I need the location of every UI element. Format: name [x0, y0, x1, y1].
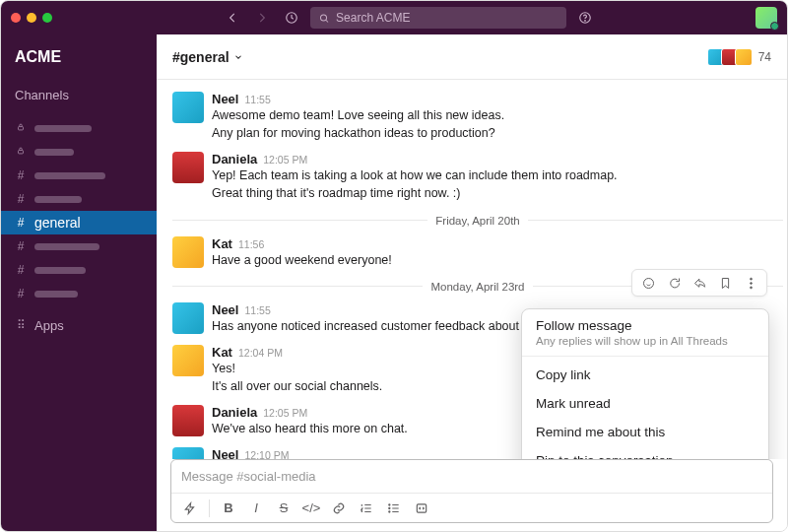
sidebar-item-label: general	[34, 215, 81, 231]
ordered-list-button[interactable]	[354, 497, 379, 520]
message-text: Yep! Each team is taking a look at how w…	[212, 166, 618, 184]
date-label: Friday, April 20th	[435, 215, 519, 227]
hash-icon: #	[15, 263, 27, 277]
channel-name-button[interactable]: #general	[172, 49, 243, 65]
sidebar-item-private-2[interactable]	[1, 140, 157, 164]
lock-icon	[15, 145, 27, 159]
user-avatar[interactable]	[755, 7, 777, 29]
message-input[interactable]	[171, 460, 772, 493]
sidebar-item-channel-5[interactable]: #	[1, 282, 157, 305]
search-icon	[318, 12, 330, 25]
hash-icon: #	[15, 216, 27, 230]
avatar[interactable]	[172, 236, 204, 268]
chevron-down-icon	[233, 52, 243, 62]
hash-icon: #	[15, 239, 27, 253]
menu-item-mark-unread[interactable]: Mark unread	[522, 389, 768, 418]
history-button[interactable]	[281, 7, 302, 29]
author-name[interactable]: Neel	[212, 302, 238, 317]
react-button[interactable]	[636, 271, 660, 295]
channel-members[interactable]: 74	[711, 48, 771, 66]
message-text: Awesome demo team! Love seeing all this …	[212, 106, 504, 124]
strike-button[interactable]: S	[271, 497, 296, 520]
svg-point-10	[389, 503, 390, 504]
avatar[interactable]	[172, 302, 204, 334]
message-text: Great thing that it's roadmap time right…	[212, 184, 618, 202]
search-input[interactable]	[336, 11, 558, 25]
message[interactable]: Neel11:55Awesome demo team! Love seeing …	[172, 88, 783, 148]
avatar[interactable]	[172, 92, 204, 123]
avatar[interactable]	[172, 405, 204, 436]
avatar[interactable]	[172, 152, 204, 183]
sidebar-item-apps[interactable]: ⠿Apps	[1, 313, 157, 337]
redacted-label	[34, 125, 92, 132]
menu-item-label: Follow message	[536, 318, 755, 333]
titlebar	[1, 1, 787, 34]
redacted-label	[34, 243, 99, 250]
date-divider: Friday, April 20th	[172, 215, 783, 227]
nav-forward-button[interactable]	[251, 7, 273, 29]
svg-point-1	[321, 14, 327, 20]
menu-item-pin[interactable]: Pin to this conversation ...	[522, 446, 768, 459]
svg-point-11	[389, 507, 390, 508]
window-controls	[11, 13, 52, 23]
message-text: We've also heard this more on chat.	[212, 420, 408, 437]
author-name[interactable]: Neel	[212, 447, 238, 459]
redacted-label	[34, 172, 105, 179]
timestamp: 12:05 PM	[263, 154, 307, 166]
svg-point-12	[389, 510, 390, 511]
timestamp: 12:05 PM	[263, 407, 307, 419]
author-name[interactable]: Neel	[212, 92, 238, 106]
sidebar-item-general[interactable]: #general	[1, 211, 157, 234]
format-toolbar: B I S </>	[171, 493, 772, 522]
shortcuts-button[interactable]	[177, 497, 203, 520]
code-button[interactable]: </>	[298, 497, 324, 520]
share-button[interactable]	[688, 271, 711, 295]
nav-back-button[interactable]	[222, 7, 243, 29]
sidebar-item-private-1[interactable]	[1, 116, 157, 140]
codeblock-button[interactable]	[409, 497, 434, 520]
workspace-name[interactable]: ACME	[1, 44, 157, 82]
channels-section-header[interactable]: Channels	[1, 82, 157, 108]
bullet-list-button[interactable]	[381, 497, 407, 520]
link-button[interactable]	[326, 497, 352, 520]
menu-item-copy-link[interactable]: Copy link	[522, 361, 768, 389]
channel-header: #general 74	[157, 34, 787, 80]
avatar[interactable]	[172, 447, 204, 459]
message-text: Any plan for moving hackathon ideas to p…	[212, 124, 504, 142]
sidebar-item-channel-3[interactable]: #	[1, 234, 157, 258]
menu-item-remind[interactable]: Remind me about this	[522, 418, 768, 446]
grid-icon: ⠿	[15, 318, 27, 332]
maximize-window-icon[interactable]	[42, 13, 52, 23]
minimize-window-icon[interactable]	[27, 13, 36, 23]
sidebar-item-channel-2[interactable]: #	[1, 187, 157, 211]
avatar[interactable]	[172, 345, 204, 376]
author-name[interactable]: Daniela	[212, 152, 257, 166]
lock-icon	[15, 121, 27, 135]
separator	[209, 499, 210, 517]
sidebar-item-channel-4[interactable]: #	[1, 258, 157, 282]
sidebar: ACME Channels # # #general # # # ⠿Apps	[1, 34, 157, 532]
bold-button[interactable]: B	[216, 497, 241, 520]
menu-item-label: Mark unread	[536, 396, 611, 411]
svg-point-6	[643, 278, 653, 288]
author-name[interactable]: Kat	[212, 345, 232, 360]
close-window-icon[interactable]	[11, 13, 21, 23]
redacted-label	[34, 267, 86, 274]
thread-button[interactable]	[662, 271, 686, 295]
sidebar-item-channel-1[interactable]: #	[1, 164, 157, 187]
more-actions-button[interactable]	[739, 271, 762, 295]
help-button[interactable]	[574, 7, 596, 29]
author-name[interactable]: Kat	[212, 236, 232, 251]
svg-point-9	[750, 287, 752, 289]
member-count: 74	[758, 50, 771, 64]
bookmark-button[interactable]	[713, 271, 737, 295]
message[interactable]: Daniela12:05 PMYep! Each team is taking …	[172, 148, 783, 208]
svg-rect-5	[19, 151, 24, 154]
message-composer[interactable]: B I S </>	[170, 459, 773, 523]
author-name[interactable]: Daniela	[212, 405, 257, 420]
date-label: Monday, April 23rd	[430, 281, 524, 293]
italic-button[interactable]: I	[243, 497, 269, 520]
message-hover-actions	[631, 269, 767, 297]
menu-item-follow[interactable]: Follow message Any replies will show up …	[522, 309, 768, 356]
search-box[interactable]	[310, 7, 566, 29]
